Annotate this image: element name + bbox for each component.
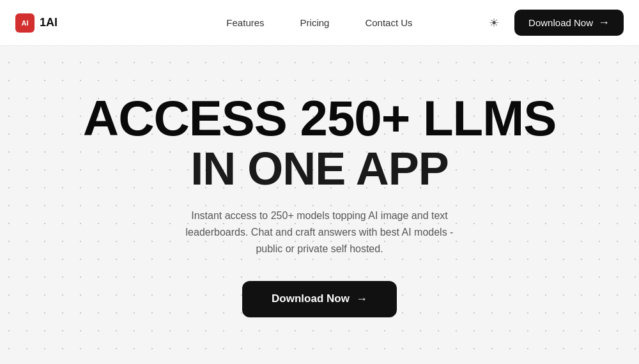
nav-links: Features Pricing Contact Us (211, 12, 427, 33)
hero-section: ACCESS 250+ LLMS IN ONE APP Instant acce… (0, 46, 639, 364)
logo-text: 1AI (40, 16, 58, 29)
nav-link-pricing[interactable]: Pricing (285, 12, 345, 33)
hero-download-button[interactable]: Download Now → (242, 281, 397, 317)
hero-title-line2: IN ONE APP (190, 145, 448, 193)
logo-icon: AI (15, 13, 35, 33)
nav-download-button[interactable]: Download Now → (514, 10, 624, 36)
nav-link-features[interactable]: Features (211, 12, 279, 33)
nav-link-contact[interactable]: Contact Us (350, 12, 427, 33)
hero-arrow-icon: → (356, 292, 367, 306)
logo-link[interactable]: AI 1AI (15, 13, 58, 33)
theme-toggle-button[interactable]: ☀ (484, 13, 504, 33)
hero-title-line1: ACCESS 250+ LLMS (83, 93, 556, 145)
nav-right: ☀ Download Now → (484, 10, 624, 36)
arrow-icon: → (598, 16, 610, 29)
navbar: AI 1AI Features Pricing Contact Us ☀ Dow… (0, 0, 639, 46)
sun-icon: ☀ (489, 16, 499, 30)
hero-description: Instant access to 250+ models topping AI… (179, 208, 460, 258)
